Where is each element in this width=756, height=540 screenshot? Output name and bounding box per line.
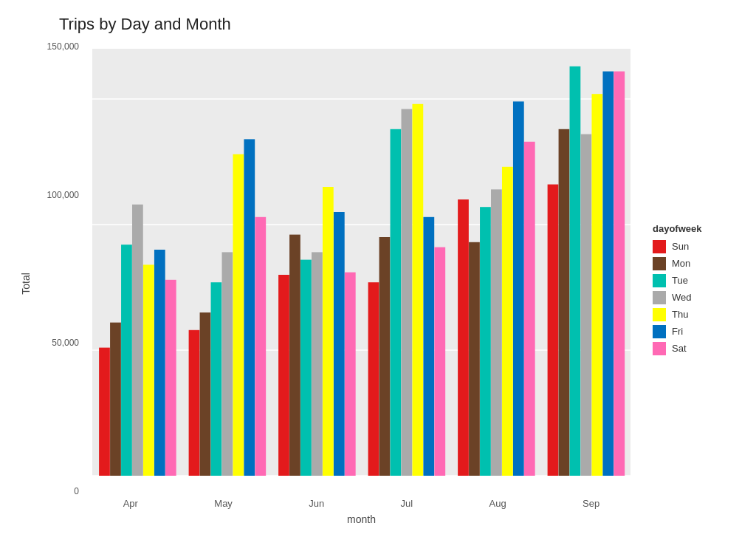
bar <box>255 217 266 476</box>
x-label: Aug <box>489 498 506 509</box>
bar <box>165 280 176 476</box>
y-tick: 50,000 <box>52 338 79 348</box>
legend-color-box <box>653 257 666 270</box>
legend-item: Tue <box>653 274 741 287</box>
y-axis-label: Total <box>20 273 32 295</box>
x-labels: AprMayJunJulAugSep <box>85 498 638 509</box>
bar <box>368 282 379 476</box>
y-axis: 150,000100,00050,0000 <box>37 41 85 498</box>
legend-item: Sat <box>653 342 741 355</box>
legend-color-box <box>653 274 666 287</box>
legend-label: Sun <box>672 241 689 252</box>
bar <box>614 72 625 476</box>
bar <box>289 235 300 476</box>
bar <box>513 101 524 476</box>
bar <box>402 109 413 476</box>
legend-item: Fri <box>653 325 741 338</box>
legend-label: Tue <box>672 275 688 286</box>
legend-item: Thu <box>653 308 741 321</box>
legend-color-box <box>653 342 666 355</box>
y-tick: 0 <box>74 486 79 496</box>
legend-label: Sat <box>672 343 687 354</box>
legend-color-box <box>653 240 666 253</box>
bar <box>154 250 165 476</box>
chart-title: Trips by Day and Month <box>59 15 741 34</box>
x-label: May <box>214 498 233 509</box>
bar <box>391 129 402 476</box>
y-tick: 100,000 <box>47 190 79 200</box>
bar <box>581 134 592 476</box>
chart-plot-area: 150,000100,00050,0000 AprMayJunJulAugSep… <box>37 41 638 525</box>
bar <box>244 139 255 476</box>
legend-title: dayofweek <box>653 223 741 234</box>
bar <box>110 323 121 476</box>
legend-label: Fri <box>672 326 683 337</box>
bar <box>345 273 356 476</box>
bar <box>469 242 480 476</box>
bar <box>132 205 143 476</box>
bar <box>233 154 244 476</box>
plot-and-yaxis: 150,000100,00050,0000 <box>37 41 638 498</box>
x-label: Jul <box>401 498 413 509</box>
bar <box>278 275 289 476</box>
legend-item: Wed <box>653 291 741 304</box>
bar <box>222 252 233 476</box>
legend-item: Sun <box>653 240 741 253</box>
bar <box>423 217 434 476</box>
x-label: Apr <box>123 498 138 509</box>
bar <box>143 264 154 476</box>
y-axis-label-container: Total <box>15 41 37 525</box>
legend-label: Mon <box>672 258 690 269</box>
x-axis-title: month <box>37 513 638 525</box>
bar <box>300 260 312 476</box>
legend-color-box <box>653 325 666 338</box>
chart-body: Total 150,000100,00050,0000 AprMayJunJul… <box>15 41 741 525</box>
bar <box>412 104 423 476</box>
bar <box>570 66 581 476</box>
bar <box>548 185 559 476</box>
legend-color-box <box>653 291 666 304</box>
legend-label: Thu <box>672 309 688 320</box>
bar <box>99 348 110 476</box>
bar <box>524 142 535 476</box>
bar <box>559 129 570 476</box>
x-label: Jun <box>309 498 324 509</box>
bar <box>211 282 222 476</box>
x-label: Sep <box>583 498 599 509</box>
legend-label: Wed <box>672 292 692 303</box>
y-tick: 150,000 <box>47 41 79 52</box>
bar <box>458 199 469 476</box>
bar <box>591 94 602 476</box>
bar <box>121 245 132 476</box>
bar <box>200 312 211 476</box>
bar <box>602 72 614 476</box>
bar <box>434 247 445 476</box>
bar <box>334 212 345 476</box>
bar <box>379 237 391 476</box>
bar <box>323 187 334 476</box>
plot-svg-container <box>85 41 638 498</box>
bar <box>312 252 323 476</box>
bar <box>480 207 491 476</box>
bar <box>502 167 513 476</box>
bar <box>491 189 502 476</box>
legend: dayofweekSunMonTueWedThuFriSat <box>638 41 741 525</box>
legend-color-box <box>653 308 666 321</box>
legend-item: Mon <box>653 257 741 270</box>
chart-container: Trips by Day and Month Total 150,000100,… <box>0 0 756 540</box>
bar <box>189 330 200 476</box>
x-axis-container: AprMayJunJulAugSep <box>37 498 638 509</box>
